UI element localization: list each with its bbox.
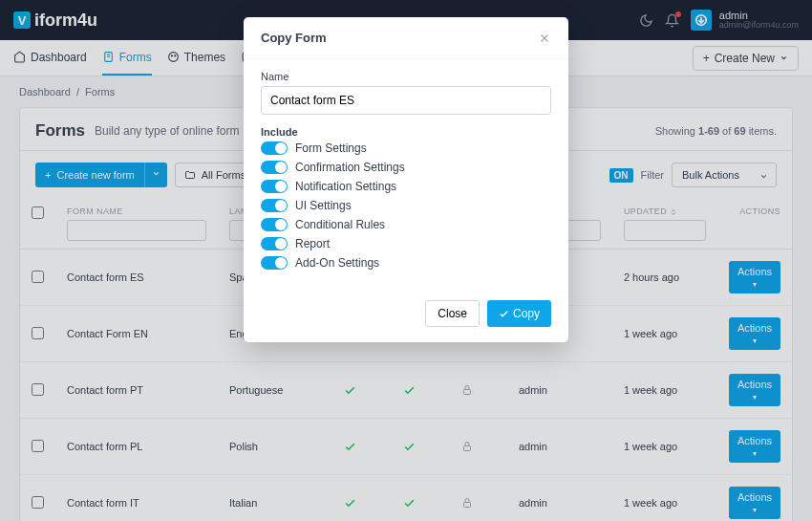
include-option: Report [261, 237, 551, 250]
modal-overlay: Copy Form Name Include Form SettingsConf… [0, 0, 812, 521]
copy-form-modal: Copy Form Name Include Form SettingsConf… [244, 17, 568, 342]
option-label: Form Settings [295, 141, 367, 155]
include-option: Add-On Settings [261, 256, 551, 270]
include-option: Form Settings [261, 141, 551, 155]
toggle-switch[interactable] [261, 256, 288, 270]
copy-button[interactable]: Copy [487, 300, 551, 327]
include-option: Conditional Rules [261, 218, 551, 231]
close-button[interactable]: Close [425, 300, 480, 327]
include-option: Notification Settings [261, 180, 551, 193]
close-icon[interactable] [538, 32, 551, 45]
option-label: Report [295, 237, 330, 250]
option-label: Confirmation Settings [295, 161, 405, 174]
toggle-switch[interactable] [261, 161, 288, 174]
check-icon [499, 309, 509, 319]
include-option: Confirmation Settings [261, 161, 551, 174]
option-label: Conditional Rules [295, 218, 385, 231]
copy-name-input[interactable] [261, 86, 551, 115]
toggle-switch[interactable] [261, 199, 288, 212]
option-label: Notification Settings [295, 180, 396, 193]
toggle-switch[interactable] [261, 141, 288, 155]
toggle-switch[interactable] [261, 237, 288, 250]
modal-title: Copy Form [261, 31, 327, 45]
name-label: Name [261, 71, 551, 82]
include-option: UI Settings [261, 199, 551, 212]
toggle-switch[interactable] [261, 180, 288, 193]
option-label: Add-On Settings [295, 256, 379, 270]
include-label: Include [261, 126, 551, 138]
option-label: UI Settings [295, 199, 352, 212]
toggle-switch[interactable] [261, 218, 288, 231]
